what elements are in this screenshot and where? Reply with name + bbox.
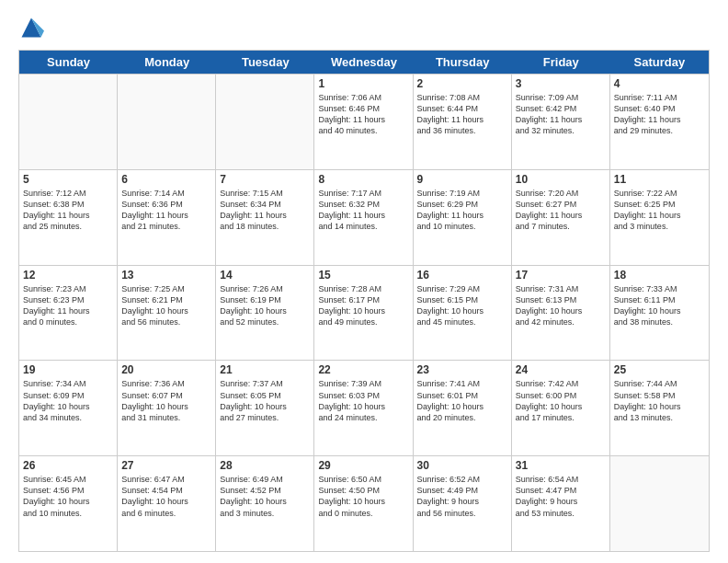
- calendar-header: SundayMondayTuesdayWednesdayThursdayFrid…: [19, 51, 709, 74]
- day-cell-5: 5Sunrise: 7:12 AM Sunset: 6:38 PM Daylig…: [19, 170, 118, 265]
- day-number: 31: [516, 459, 606, 472]
- day-info: Sunrise: 6:45 AM Sunset: 4:56 PM Dayligh…: [23, 474, 113, 519]
- day-cell-20: 20Sunrise: 7:36 AM Sunset: 6:07 PM Dayli…: [118, 361, 216, 455]
- empty-cell-r0c1: [118, 75, 216, 169]
- day-number: 7: [220, 173, 310, 186]
- day-info: Sunrise: 7:25 AM Sunset: 6:21 PM Dayligh…: [121, 283, 211, 328]
- calendar-body: 1Sunrise: 7:06 AM Sunset: 6:46 PM Daylig…: [19, 74, 709, 551]
- day-number: 10: [516, 173, 606, 186]
- day-number: 21: [220, 363, 310, 376]
- page: SundayMondayTuesdayWednesdayThursdayFrid…: [0, 0, 728, 563]
- day-number: 15: [318, 269, 408, 282]
- day-info: Sunrise: 6:52 AM Sunset: 4:49 PM Dayligh…: [417, 474, 507, 519]
- day-number: 28: [220, 459, 310, 472]
- day-number: 4: [614, 77, 705, 90]
- day-info: Sunrise: 7:09 AM Sunset: 6:42 PM Dayligh…: [516, 92, 606, 137]
- day-info: Sunrise: 7:36 AM Sunset: 6:07 PM Dayligh…: [121, 378, 211, 423]
- calendar: SundayMondayTuesdayWednesdayThursdayFrid…: [18, 50, 710, 552]
- day-cell-2: 2Sunrise: 7:08 AM Sunset: 6:44 PM Daylig…: [414, 75, 512, 169]
- day-number: 6: [121, 173, 211, 186]
- calendar-row-2: 5Sunrise: 7:12 AM Sunset: 6:38 PM Daylig…: [19, 169, 709, 265]
- weekday-header-thursday: Thursday: [414, 51, 512, 74]
- day-info: Sunrise: 7:29 AM Sunset: 6:15 PM Dayligh…: [417, 283, 507, 328]
- day-info: Sunrise: 7:15 AM Sunset: 6:34 PM Dayligh…: [220, 188, 310, 233]
- day-info: Sunrise: 6:50 AM Sunset: 4:50 PM Dayligh…: [318, 474, 408, 519]
- day-cell-27: 27Sunrise: 6:47 AM Sunset: 4:54 PM Dayli…: [118, 456, 216, 551]
- day-info: Sunrise: 6:54 AM Sunset: 4:47 PM Dayligh…: [516, 474, 606, 519]
- day-number: 9: [417, 173, 507, 186]
- day-cell-22: 22Sunrise: 7:39 AM Sunset: 6:03 PM Dayli…: [314, 361, 413, 455]
- day-cell-17: 17Sunrise: 7:31 AM Sunset: 6:13 PM Dayli…: [512, 266, 610, 361]
- day-cell-26: 26Sunrise: 6:45 AM Sunset: 4:56 PM Dayli…: [19, 456, 118, 551]
- day-cell-4: 4Sunrise: 7:11 AM Sunset: 6:40 PM Daylig…: [610, 75, 709, 169]
- day-number: 20: [121, 363, 211, 376]
- day-cell-14: 14Sunrise: 7:26 AM Sunset: 6:19 PM Dayli…: [216, 266, 314, 361]
- day-cell-19: 19Sunrise: 7:34 AM Sunset: 6:09 PM Dayli…: [19, 361, 118, 455]
- day-info: Sunrise: 7:06 AM Sunset: 6:46 PM Dayligh…: [318, 92, 408, 137]
- day-cell-24: 24Sunrise: 7:42 AM Sunset: 6:00 PM Dayli…: [512, 361, 610, 455]
- empty-cell-r0c2: [216, 75, 314, 169]
- day-cell-8: 8Sunrise: 7:17 AM Sunset: 6:32 PM Daylig…: [314, 170, 413, 265]
- day-number: 27: [121, 459, 211, 472]
- day-number: 30: [417, 459, 507, 472]
- day-info: Sunrise: 7:23 AM Sunset: 6:23 PM Dayligh…: [23, 283, 113, 328]
- weekday-header-saturday: Saturday: [610, 51, 709, 74]
- day-cell-9: 9Sunrise: 7:19 AM Sunset: 6:29 PM Daylig…: [414, 170, 512, 265]
- calendar-row-1: 1Sunrise: 7:06 AM Sunset: 6:46 PM Daylig…: [19, 74, 709, 169]
- weekday-header-sunday: Sunday: [19, 51, 118, 74]
- day-cell-1: 1Sunrise: 7:06 AM Sunset: 6:46 PM Daylig…: [314, 75, 413, 169]
- day-info: Sunrise: 7:37 AM Sunset: 6:05 PM Dayligh…: [220, 378, 310, 423]
- day-cell-25: 25Sunrise: 7:44 AM Sunset: 5:58 PM Dayli…: [610, 361, 709, 455]
- day-info: Sunrise: 7:08 AM Sunset: 6:44 PM Dayligh…: [417, 92, 507, 137]
- day-number: 5: [23, 173, 113, 186]
- weekday-header-wednesday: Wednesday: [314, 51, 413, 74]
- day-cell-29: 29Sunrise: 6:50 AM Sunset: 4:50 PM Dayli…: [314, 456, 413, 551]
- calendar-row-4: 19Sunrise: 7:34 AM Sunset: 6:09 PM Dayli…: [19, 360, 709, 455]
- day-cell-30: 30Sunrise: 6:52 AM Sunset: 4:49 PM Dayli…: [414, 456, 512, 551]
- day-cell-7: 7Sunrise: 7:15 AM Sunset: 6:34 PM Daylig…: [216, 170, 314, 265]
- logo: [18, 15, 48, 40]
- day-number: 2: [417, 77, 507, 90]
- day-number: 18: [614, 269, 705, 282]
- day-info: Sunrise: 7:41 AM Sunset: 6:01 PM Dayligh…: [417, 378, 507, 423]
- day-info: Sunrise: 7:11 AM Sunset: 6:40 PM Dayligh…: [614, 92, 705, 137]
- day-cell-15: 15Sunrise: 7:28 AM Sunset: 6:17 PM Dayli…: [314, 266, 413, 361]
- day-number: 26: [23, 459, 113, 472]
- day-cell-11: 11Sunrise: 7:22 AM Sunset: 6:25 PM Dayli…: [610, 170, 709, 265]
- weekday-header-monday: Monday: [118, 51, 216, 74]
- day-info: Sunrise: 7:28 AM Sunset: 6:17 PM Dayligh…: [318, 283, 408, 328]
- day-number: 23: [417, 363, 507, 376]
- day-cell-31: 31Sunrise: 6:54 AM Sunset: 4:47 PM Dayli…: [512, 456, 610, 551]
- day-number: 22: [318, 363, 408, 376]
- day-number: 13: [121, 269, 211, 282]
- day-info: Sunrise: 7:17 AM Sunset: 6:32 PM Dayligh…: [318, 188, 408, 233]
- day-info: Sunrise: 6:47 AM Sunset: 4:54 PM Dayligh…: [121, 474, 211, 519]
- day-info: Sunrise: 7:22 AM Sunset: 6:25 PM Dayligh…: [614, 188, 705, 233]
- day-cell-28: 28Sunrise: 6:49 AM Sunset: 4:52 PM Dayli…: [216, 456, 314, 551]
- day-cell-10: 10Sunrise: 7:20 AM Sunset: 6:27 PM Dayli…: [512, 170, 610, 265]
- weekday-header-friday: Friday: [512, 51, 610, 74]
- day-number: 24: [516, 363, 606, 376]
- day-cell-16: 16Sunrise: 7:29 AM Sunset: 6:15 PM Dayli…: [414, 266, 512, 361]
- day-cell-12: 12Sunrise: 7:23 AM Sunset: 6:23 PM Dayli…: [19, 266, 118, 361]
- day-cell-13: 13Sunrise: 7:25 AM Sunset: 6:21 PM Dayli…: [118, 266, 216, 361]
- day-info: Sunrise: 7:31 AM Sunset: 6:13 PM Dayligh…: [516, 283, 606, 328]
- logo-icon: [18, 15, 44, 40]
- day-number: 12: [23, 269, 113, 282]
- day-info: Sunrise: 7:42 AM Sunset: 6:00 PM Dayligh…: [516, 378, 606, 423]
- day-number: 19: [23, 363, 113, 376]
- day-number: 14: [220, 269, 310, 282]
- day-info: Sunrise: 7:26 AM Sunset: 6:19 PM Dayligh…: [220, 283, 310, 328]
- day-cell-21: 21Sunrise: 7:37 AM Sunset: 6:05 PM Dayli…: [216, 361, 314, 455]
- day-cell-23: 23Sunrise: 7:41 AM Sunset: 6:01 PM Dayli…: [414, 361, 512, 455]
- day-info: Sunrise: 7:12 AM Sunset: 6:38 PM Dayligh…: [23, 188, 113, 233]
- day-info: Sunrise: 7:39 AM Sunset: 6:03 PM Dayligh…: [318, 378, 408, 423]
- day-cell-3: 3Sunrise: 7:09 AM Sunset: 6:42 PM Daylig…: [512, 75, 610, 169]
- day-number: 1: [318, 77, 408, 90]
- day-info: Sunrise: 7:20 AM Sunset: 6:27 PM Dayligh…: [516, 188, 606, 233]
- calendar-row-3: 12Sunrise: 7:23 AM Sunset: 6:23 PM Dayli…: [19, 265, 709, 361]
- day-number: 17: [516, 269, 606, 282]
- day-info: Sunrise: 7:44 AM Sunset: 5:58 PM Dayligh…: [614, 378, 705, 423]
- day-number: 29: [318, 459, 408, 472]
- day-info: Sunrise: 6:49 AM Sunset: 4:52 PM Dayligh…: [220, 474, 310, 519]
